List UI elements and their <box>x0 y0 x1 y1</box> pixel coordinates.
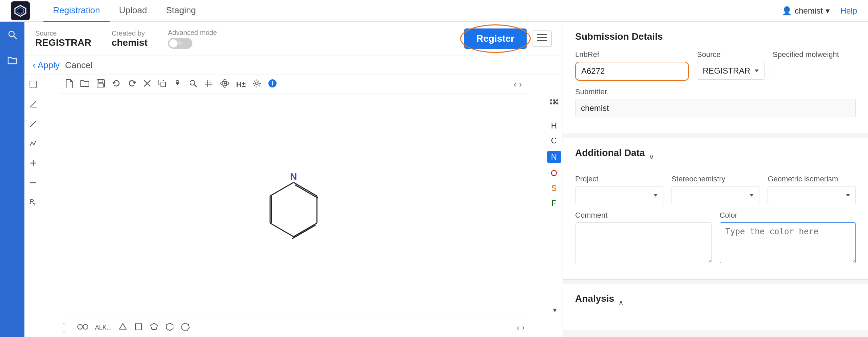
atom-bond-tool[interactable] <box>77 322 88 334</box>
ring6-tool[interactable] <box>165 322 174 333</box>
molecule-canvas[interactable]: N <box>246 159 341 254</box>
lnbref-group: LnbRef <box>575 50 689 81</box>
save-tool[interactable] <box>96 79 105 90</box>
atom-H[interactable]: H <box>551 121 557 131</box>
register-button[interactable]: Register <box>464 28 527 49</box>
submission-row-2: Submitter chemist <box>575 87 856 117</box>
tab-registration[interactable]: Registration <box>43 0 110 22</box>
hcount-tool[interactable]: H± <box>236 80 246 89</box>
chevron-left-icon: ‹ <box>33 60 36 71</box>
svg-marker-50 <box>181 323 189 330</box>
canvas-prev-arrow[interactable]: ‹ <box>514 80 516 89</box>
sidebar-folder-icon[interactable] <box>7 55 17 67</box>
source-select[interactable]: REGISTRAR UPLOAD MANUAL <box>697 62 765 80</box>
created-label: Created by <box>112 29 148 37</box>
atom-S[interactable]: S <box>551 183 556 193</box>
svg-text:N: N <box>290 171 297 182</box>
cancel-button[interactable]: Cancel <box>65 60 93 71</box>
svg-rect-7 <box>30 81 37 88</box>
apply-button[interactable]: ‹ Apply <box>33 60 60 71</box>
geometric-isomerism-select[interactable] <box>768 186 856 204</box>
chain-tool[interactable] <box>29 139 37 150</box>
color-textarea[interactable] <box>720 222 856 263</box>
ring3-tool[interactable] <box>118 322 127 333</box>
molweight-input[interactable] <box>773 62 868 80</box>
canvas-next-arrow[interactable]: › <box>519 80 522 89</box>
analysis-section: Analysis ∧ <box>563 284 868 330</box>
cut-tool[interactable] <box>143 79 151 90</box>
submission-title: Submission Details <box>575 31 856 42</box>
comment-label: Comment <box>575 211 712 220</box>
svg-point-30 <box>256 82 258 85</box>
zoom-tool[interactable] <box>189 79 197 90</box>
next-struct-arrow[interactable]: › <box>522 323 525 332</box>
undo-tool[interactable] <box>112 79 121 90</box>
redo-tool[interactable] <box>128 79 136 90</box>
prev-struct-arrow[interactable]: ‹ <box>517 323 519 332</box>
bottom-left-arrows: ↑ ↓ <box>62 321 65 334</box>
nav-tabs: Registration Upload Staging <box>43 0 205 22</box>
minus-tool[interactable] <box>29 179 37 189</box>
open-file-tool[interactable] <box>80 79 90 90</box>
rgroup-tool[interactable]: Rn <box>30 198 37 206</box>
bottom-down-arrow[interactable]: ↓ <box>62 328 65 334</box>
new-file-tool[interactable] <box>65 79 73 90</box>
drawing-right-atoms: H C N O S F ▲ ▼ <box>545 75 563 337</box>
nav-right: 👤 chemist ▾ Help <box>782 6 857 16</box>
atom-down-arrow[interactable]: ▼ <box>552 307 558 314</box>
bond-tool[interactable] <box>29 120 37 130</box>
atom-up-arrow[interactable]: ▲ <box>552 98 558 105</box>
project-label: Project <box>575 175 663 183</box>
atom-N[interactable]: N <box>547 151 561 163</box>
tab-staging[interactable]: Staging <box>156 0 205 22</box>
toggle-switch[interactable]: OFF <box>168 38 192 49</box>
username-label: chemist <box>795 6 823 16</box>
advanced-mode-toggle[interactable]: Advanced mode OFF <box>168 29 217 49</box>
menu-button[interactable] <box>532 31 552 47</box>
selection-tool[interactable] <box>29 80 37 91</box>
ring7-tool[interactable] <box>181 322 190 333</box>
atom-C[interactable]: C <box>551 136 557 145</box>
created-meta: Created by chemist <box>112 29 148 48</box>
project-select[interactable] <box>575 186 663 204</box>
sidebar-search-icon[interactable] <box>7 30 17 42</box>
atom-O[interactable]: O <box>551 168 557 178</box>
canvas-bottom-toolbar: ↑ ↓ ALK... <box>60 318 527 337</box>
grid-tool[interactable] <box>204 79 213 90</box>
advanced-label: Advanced mode <box>168 29 217 37</box>
eraser-tool[interactable] <box>29 100 37 110</box>
source-meta: Source REGISTRAR <box>35 29 91 48</box>
ring4-tool[interactable] <box>134 322 143 333</box>
svg-rect-47 <box>135 324 141 330</box>
svg-line-38 <box>270 223 294 237</box>
help-link[interactable]: Help <box>841 6 857 16</box>
copy-tool[interactable] <box>158 79 166 90</box>
source-label: Source <box>35 29 91 37</box>
atom-tool[interactable] <box>220 79 229 90</box>
atom-F[interactable]: F <box>551 198 556 208</box>
paste-tool[interactable] <box>173 79 182 90</box>
analysis-title-row: Analysis ∧ <box>575 293 856 312</box>
user-menu[interactable]: 👤 chemist ▾ <box>782 6 830 16</box>
stereochemistry-select[interactable] <box>672 186 760 204</box>
alkyls-tool[interactable]: ALK... <box>95 324 112 331</box>
bottom-right-arrows: ‹ › <box>517 323 525 332</box>
drawing-canvas[interactable]: H± i ‹ › <box>42 75 545 337</box>
bottom-up-arrow[interactable]: ↑ <box>62 321 65 328</box>
settings-tool[interactable] <box>252 79 261 90</box>
info-tool[interactable]: i <box>268 79 277 90</box>
register-area: Register <box>464 28 552 49</box>
apply-label: Apply <box>38 60 60 71</box>
svg-line-34 <box>295 185 318 198</box>
svg-marker-1 <box>17 7 24 14</box>
canvas-toolbar: H± i ‹ › <box>60 75 527 94</box>
comment-textarea[interactable] <box>575 222 712 263</box>
analysis-chevron[interactable]: ∧ <box>618 298 624 307</box>
drawing-left-tools: Rn <box>24 75 42 337</box>
tab-upload[interactable]: Upload <box>110 0 156 22</box>
lnbref-input[interactable] <box>575 62 689 81</box>
toggle-dot <box>169 39 177 47</box>
ring5-tool[interactable] <box>150 322 158 333</box>
additional-chevron[interactable]: ∨ <box>649 153 654 161</box>
plus-tool[interactable] <box>29 159 37 169</box>
